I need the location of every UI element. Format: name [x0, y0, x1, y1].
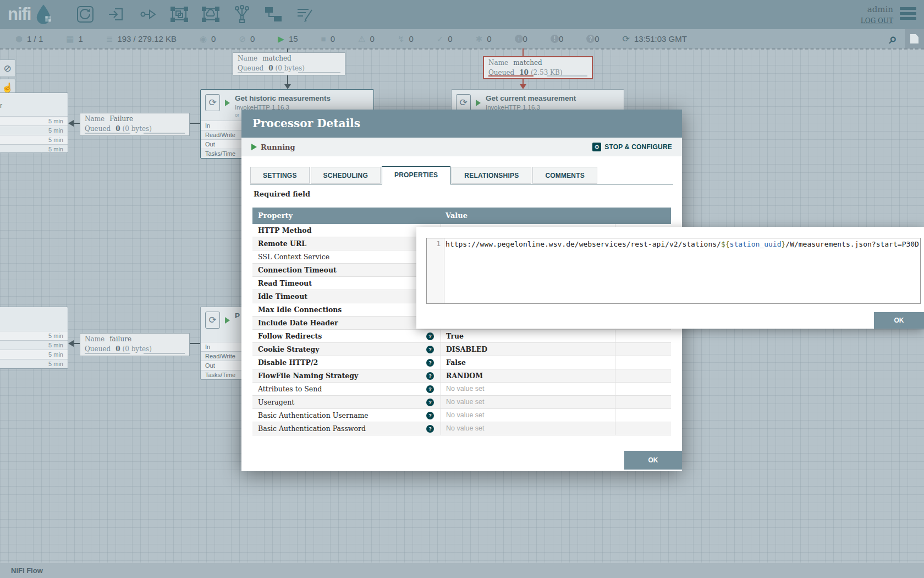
- help-icon[interactable]: ?: [426, 359, 434, 367]
- slash-circle-icon: ⊘: [3, 63, 11, 74]
- username: admin: [861, 4, 893, 14]
- property-name: Include Date Header: [258, 319, 338, 327]
- property-value[interactable]: No value set: [446, 385, 484, 392]
- tab-properties[interactable]: PROPERTIES: [382, 166, 450, 184]
- tab-comments[interactable]: COMMENTS: [532, 167, 597, 184]
- active-threads-icon: ▦: [66, 34, 74, 44]
- url-segment-plain: /W/measurements.json?start=P30D: [785, 240, 919, 248]
- running-icon: ▶: [278, 34, 284, 44]
- logout-link[interactable]: LOG OUT: [861, 17, 893, 25]
- queued-icon: ≣: [106, 34, 113, 44]
- property-value[interactable]: RANDOM: [446, 372, 483, 380]
- processor-stat-row: 5 min: [0, 144, 68, 154]
- locally-modified-stale-icon: !: [551, 35, 559, 43]
- status-refresh-clock[interactable]: ⟳ 13:51:03 GMT: [623, 34, 687, 44]
- property-value[interactable]: No value set: [446, 424, 484, 432]
- help-icon[interactable]: ?: [426, 385, 434, 393]
- connection-label-failure-lower[interactable]: Namefailure Queued0(0 bytes): [80, 333, 190, 356]
- property-row[interactable]: FlowFile Naming Strategy ? RANDOM: [252, 369, 671, 383]
- processor-type-icon: ⟳: [205, 94, 220, 111]
- nifi-logo-text: nifi: [8, 4, 31, 24]
- processor-title: P: [235, 312, 240, 320]
- connection-label-failure[interactable]: NameFailure Queued0(0 bytes): [80, 113, 190, 136]
- editor-ok-button[interactable]: OK: [874, 312, 924, 329]
- help-icon[interactable]: ?: [426, 412, 434, 419]
- processor-stat-row: 5 min: [0, 116, 68, 126]
- running-indicator-icon: [476, 100, 481, 106]
- bulletin-board-icon[interactable]: [905, 29, 924, 48]
- connection-label-matched[interactable]: Namematched Queued0(0 bytes): [233, 52, 345, 75]
- property-value[interactable]: True: [446, 332, 464, 340]
- help-icon[interactable]: ?: [426, 346, 434, 353]
- property-row[interactable]: Basic Authentication Username ? No value…: [252, 409, 671, 422]
- tab-relationships[interactable]: RELATIONSHIPS: [452, 167, 531, 184]
- run-status-label: Running: [261, 143, 295, 151]
- processor-icon[interactable]: [76, 5, 95, 24]
- property-value[interactable]: No value set: [446, 411, 484, 419]
- status-stopped: ■ 0: [321, 34, 335, 43]
- value-editor-text[interactable]: https://www.pegelonline.wsv.de/webservic…: [446, 239, 919, 302]
- property-name: Cookie Strategy: [258, 345, 320, 353]
- connection-line: [287, 75, 288, 85]
- help-icon[interactable]: ?: [426, 372, 434, 380]
- processor-stat-row: 5 min: [0, 359, 68, 368]
- search-icon[interactable]: ⌕: [889, 30, 897, 47]
- dialog-ok-button[interactable]: OK: [624, 451, 682, 470]
- property-value[interactable]: False: [446, 358, 466, 367]
- property-row[interactable]: Disable HTTP/2 ? False: [252, 356, 671, 369]
- connection-arrow-red: [520, 84, 526, 89]
- nifi-drop-icon: [34, 3, 53, 25]
- breadcrumb[interactable]: NiFi Flow: [11, 566, 43, 575]
- input-port-icon[interactable]: [107, 5, 126, 24]
- refresh-icon[interactable]: ⟳: [623, 34, 630, 44]
- component-toolbar: [76, 5, 314, 24]
- transmitting-icon: ◉: [200, 34, 207, 44]
- tab-scheduling[interactable]: SCHEDULING: [311, 167, 381, 184]
- value-column-header: Value: [441, 208, 615, 224]
- operate-palette-button-1[interactable]: ⊘: [0, 59, 16, 77]
- line-number: 1: [436, 239, 441, 248]
- property-row[interactable]: Useragent ? No value set: [252, 396, 671, 409]
- output-port-icon[interactable]: [139, 5, 157, 24]
- processor-stat-row: 5 min: [0, 350, 68, 359]
- property-row[interactable]: Follow Redirects ? True: [252, 330, 671, 343]
- label-icon[interactable]: [295, 5, 314, 24]
- property-value[interactable]: No value set: [446, 398, 484, 406]
- property-name: Connection Timeout: [258, 266, 337, 274]
- processor-title: Get historic measurements: [235, 94, 331, 102]
- processor-title-fragment: r: [0, 102, 2, 110]
- connection-line-red: [522, 48, 524, 56]
- property-name: Remote URL: [258, 239, 306, 248]
- stop-and-configure-button[interactable]: ⚙ STOP & CONFIGURE: [592, 143, 672, 151]
- property-value[interactable]: DISABLED: [446, 345, 487, 353]
- funnel-icon[interactable]: [233, 5, 251, 24]
- help-icon[interactable]: ?: [426, 425, 434, 433]
- property-row[interactable]: Cookie Strategy ? DISABLED: [252, 343, 671, 356]
- breadcrumb-bar: NiFi Flow: [0, 563, 924, 578]
- running-indicator-icon: [225, 100, 230, 106]
- running-icon: [251, 144, 257, 150]
- locally-modified-icon: ✱: [476, 34, 483, 44]
- invalid-icon: ⚠: [358, 34, 365, 44]
- template-icon[interactable]: [264, 5, 283, 24]
- property-name: HTTP Method: [258, 226, 311, 235]
- global-menu-icon[interactable]: [900, 7, 916, 22]
- remote-process-group-icon[interactable]: [201, 5, 220, 24]
- property-row[interactable]: Basic Authentication Password ? No value…: [252, 422, 671, 435]
- nifi-logo: nifi: [8, 3, 53, 25]
- value-editor-popup: 1 https://www.pegelonline.wsv.de/webserv…: [416, 227, 924, 329]
- required-field-note: Required field: [254, 190, 310, 198]
- processor-left-lower[interactable]: 5 min5 min5 min5 min: [0, 307, 68, 369]
- running-indicator-icon: [225, 317, 230, 324]
- processor-left-upper[interactable]: r 5 min5 min5 min5 min: [0, 92, 68, 153]
- process-group-icon[interactable]: [170, 5, 189, 24]
- value-editor-box[interactable]: 1 https://www.pegelonline.wsv.de/webserv…: [426, 238, 921, 304]
- help-icon[interactable]: ?: [426, 332, 434, 340]
- property-name: Disable HTTP/2: [258, 358, 318, 367]
- connection-label-matched-red[interactable]: Namematched Queued10(2.53 KB): [483, 56, 593, 79]
- status-locally-modified: ✱ 0: [476, 34, 492, 44]
- connection-arrow: [68, 120, 74, 127]
- property-row[interactable]: Attributes to Send ? No value set: [252, 383, 671, 396]
- help-icon[interactable]: ?: [426, 399, 434, 406]
- tab-settings[interactable]: SETTINGS: [250, 167, 310, 184]
